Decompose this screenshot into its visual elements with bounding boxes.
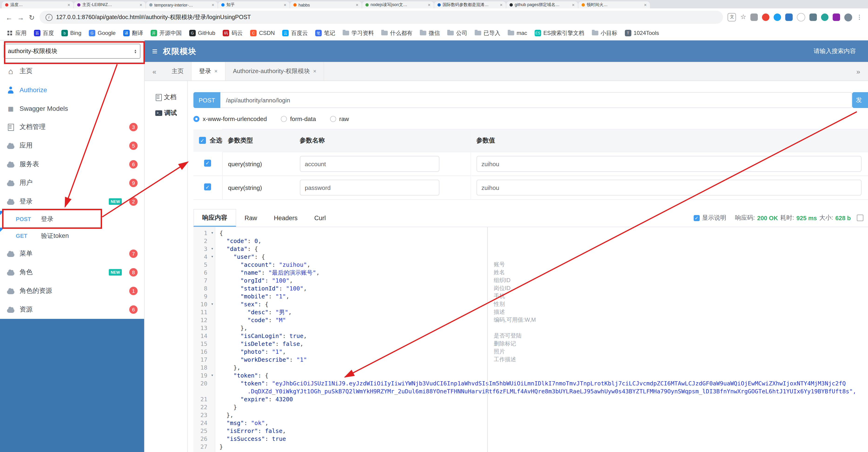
tab-login[interactable]: 登录 — [191, 62, 225, 81]
bookmark-item[interactable]: 译 翻译 — [123, 29, 143, 37]
reload-icon[interactable] — [29, 14, 35, 21]
bookmark-item[interactable]: 什么都有 — [381, 29, 412, 37]
sidebar-item-swagger-models[interactable]: Swagger Models — [0, 99, 144, 118]
bookmark-item[interactable]: 公司 — [447, 29, 467, 37]
json-viewer-extension-icon[interactable] — [785, 13, 793, 21]
response-editor[interactable]: 1▾{2 "code": 0,3▾ "data": {4▾ "user": {5… — [193, 227, 868, 452]
fold-icon[interactable]: ▾ — [209, 253, 215, 261]
bookmark-item[interactable]: 应用 — [6, 29, 27, 37]
adblock-extension-icon[interactable] — [797, 13, 805, 21]
sidebar-item-docs-manage[interactable]: 文档管理 3 — [0, 118, 144, 136]
tab-close-icon[interactable] — [572, 3, 575, 7]
row-checkbox[interactable] — [204, 160, 211, 167]
bookmark-item[interactable]: ES ES搜索引擎文档 — [535, 29, 584, 37]
tab-headers[interactable]: Headers — [266, 209, 306, 227]
proxy-extension-icon[interactable] — [809, 13, 817, 21]
tab-response-content[interactable]: 响应内容 — [193, 209, 236, 227]
tabs-scroll-right-icon[interactable] — [848, 62, 868, 81]
tab-close-icon[interactable] — [428, 3, 431, 7]
bookmark-item[interactable]: 已导入 — [475, 29, 500, 37]
back-icon[interactable] — [6, 14, 12, 21]
sidebar-item-verify-token-get[interactable]: GET 验证token — [0, 228, 144, 245]
profile-avatar[interactable] — [844, 13, 852, 21]
bookmark-item[interactable]: G GitHub — [189, 30, 215, 36]
sidebar-item-service-table[interactable]: 服务表 6 — [0, 155, 144, 174]
radio-raw[interactable]: raw — [330, 115, 349, 122]
fold-icon[interactable]: ▾ — [209, 245, 215, 253]
puzzle-extension-icon[interactable] — [833, 13, 840, 21]
tab-curl[interactable]: Curl — [306, 209, 334, 227]
sidebar-item-authorize[interactable]: Authorize — [0, 81, 144, 99]
bookmark-item[interactable]: G Google — [89, 30, 116, 36]
param-name-input[interactable]: password — [300, 180, 439, 196]
browser-tab[interactable]: 知乎 — [218, 1, 290, 8]
browser-tab[interactable]: github pages绑定域名… — [506, 1, 578, 8]
sidebar-item-login[interactable]: 登录 NEW 2 — [0, 192, 144, 211]
request-url-input[interactable]: /api/authority/anno/login — [220, 92, 852, 108]
tab-close-icon[interactable] — [214, 68, 218, 74]
tab-close-icon[interactable] — [284, 3, 286, 7]
bookmark-item[interactable]: C CSDN — [250, 30, 275, 36]
browser-tab[interactable]: 主页-LEIBNIZ… — [74, 1, 146, 8]
browser-tab[interactable]: temporary-interior-… — [146, 1, 218, 8]
tab-close-icon[interactable] — [67, 3, 70, 7]
bookmark-item[interactable]: 微信 — [420, 29, 440, 37]
hamburger-icon[interactable] — [152, 47, 157, 56]
tab-raw[interactable]: Raw — [236, 209, 266, 227]
tabs-scroll-left-icon[interactable] — [145, 62, 164, 81]
select-all-checkbox[interactable] — [199, 137, 206, 144]
forward-icon[interactable] — [17, 14, 24, 21]
tab-close-icon[interactable] — [500, 3, 503, 7]
tab-doc[interactable]: 文档 — [156, 93, 177, 102]
notes-extension-icon[interactable] — [821, 13, 829, 21]
send-button[interactable]: 发 — [852, 92, 868, 108]
tab-authorize-module[interactable]: Authorize-authority-权限模块 — [225, 62, 324, 81]
bookmark-item[interactable]: mac — [508, 30, 527, 36]
translate-icon[interactable] — [728, 13, 736, 21]
radio-form-data[interactable]: form-data — [281, 115, 316, 122]
bookmark-item[interactable]: 码 码云 — [223, 29, 243, 37]
tab-close-icon[interactable] — [644, 3, 647, 7]
google-extension-icon[interactable] — [762, 13, 769, 21]
fold-icon[interactable]: ▾ — [209, 371, 215, 379]
fold-icon[interactable]: ▾ — [209, 300, 215, 308]
search-input[interactable]: 请输入搜索内容 — [814, 47, 861, 55]
octotree-extension-icon[interactable] — [774, 13, 781, 21]
radio-urlencoded[interactable]: x-www-form-urlencoded — [193, 115, 267, 122]
module-select[interactable]: authority-权限模块 — [4, 44, 141, 59]
sidebar-item-role-resource[interactable]: 角色的资源 1 — [0, 282, 144, 300]
show-description-checkbox[interactable] — [694, 215, 700, 221]
browser-tab[interactable]: habbs — [290, 1, 362, 8]
screenshot-extension-icon[interactable] — [750, 13, 758, 21]
sidebar-item-users[interactable]: 用户 9 — [0, 174, 144, 192]
bookmark-item[interactable]: 学习资料 — [343, 29, 374, 37]
site-info-icon[interactable]: i — [45, 14, 52, 21]
bookmark-star-icon[interactable] — [740, 13, 746, 21]
param-name-input[interactable]: account — [300, 156, 439, 172]
fullscreen-icon[interactable] — [857, 215, 863, 221]
bookmark-item[interactable]: 开 开源中国 — [150, 29, 182, 37]
sidebar-item-resource[interactable]: 资源 6 — [0, 300, 144, 319]
row-checkbox[interactable] — [204, 183, 211, 190]
param-value-input[interactable]: zuihou — [476, 180, 862, 196]
tab-close-icon[interactable] — [212, 3, 214, 7]
tab-close-icon[interactable] — [356, 3, 359, 7]
browser-tab[interactable]: 国际数码参数都是混淆… — [434, 1, 506, 8]
sidebar-item-application[interactable]: 应用 5 — [0, 136, 144, 155]
browser-tab[interactable]: 温度… — [2, 1, 73, 8]
fold-icon[interactable]: ▾ — [209, 229, 215, 237]
param-value-input[interactable]: zuihou — [476, 156, 862, 172]
bookmark-item[interactable]: 百 百度 — [34, 29, 54, 37]
tab-home[interactable]: 主页 — [164, 62, 191, 81]
browser-tab[interactable]: nodejs读写json文… — [362, 1, 434, 8]
tab-close-icon[interactable] — [313, 68, 316, 74]
bookmark-item[interactable]: b Bing — [61, 30, 81, 36]
bookmark-item[interactable]: 云 百度云 — [282, 29, 308, 37]
bookmark-item[interactable]: 小目标 — [592, 29, 617, 37]
sidebar-item-login-post[interactable]: POST 登录 — [0, 211, 144, 228]
browser-menu-icon[interactable] — [857, 13, 862, 21]
tab-close-icon[interactable] — [140, 3, 142, 7]
sidebar-item-role[interactable]: 角色 NEW 8 — [0, 263, 144, 282]
sidebar-item-menu[interactable]: 菜单 7 — [0, 245, 144, 263]
url-bar[interactable]: i 127.0.0.1:8760/api/gate/doc.html#/auth… — [39, 11, 723, 24]
